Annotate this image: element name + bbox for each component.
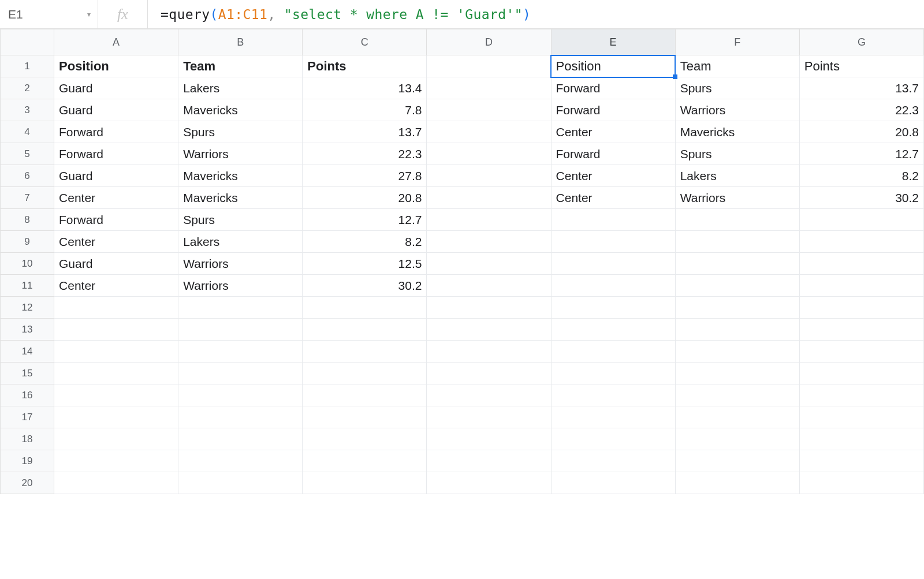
cell-G5[interactable]: 12.7 <box>799 143 923 165</box>
cell-E10[interactable] <box>551 253 675 275</box>
cell-A2[interactable]: Guard <box>54 77 178 99</box>
cell-C16[interactable] <box>303 384 427 406</box>
cell-F12[interactable] <box>675 297 799 319</box>
name-box[interactable]: E1 ▾ <box>0 0 98 28</box>
cell-A12[interactable] <box>54 297 178 319</box>
row-header-8[interactable]: 8 <box>1 209 54 231</box>
name-box-dropdown-icon[interactable]: ▾ <box>87 10 91 18</box>
cell-F17[interactable] <box>675 406 799 428</box>
cell-A17[interactable] <box>54 406 178 428</box>
col-header-F[interactable]: F <box>675 29 799 55</box>
cell-A4[interactable]: Forward <box>54 121 178 143</box>
cell-E3[interactable]: Forward <box>551 99 675 121</box>
row-header-5[interactable]: 5 <box>1 143 54 165</box>
cell-G3[interactable]: 22.3 <box>799 99 923 121</box>
cell-A13[interactable] <box>54 319 178 341</box>
cell-G8[interactable] <box>799 209 923 231</box>
cell-D16[interactable] <box>427 384 551 406</box>
cell-D20[interactable] <box>427 472 551 494</box>
cell-D12[interactable] <box>427 297 551 319</box>
row-header-12[interactable]: 12 <box>1 297 54 319</box>
cell-C7[interactable]: 20.8 <box>303 187 427 209</box>
row-header-6[interactable]: 6 <box>1 165 54 187</box>
cell-G12[interactable] <box>799 297 923 319</box>
cell-C19[interactable] <box>303 450 427 472</box>
cell-B11[interactable]: Warriors <box>178 275 303 297</box>
cell-F20[interactable] <box>675 472 799 494</box>
cell-E19[interactable] <box>551 450 675 472</box>
cell-E5[interactable]: Forward <box>551 143 675 165</box>
cell-B2[interactable]: Lakers <box>178 77 303 99</box>
col-header-C[interactable]: C <box>303 29 427 55</box>
cell-F16[interactable] <box>675 384 799 406</box>
cell-A15[interactable] <box>54 363 178 384</box>
formula-input[interactable]: =query(A1:C11, "select * where A != 'Gua… <box>148 0 924 28</box>
cell-B12[interactable] <box>178 297 303 319</box>
row-header-11[interactable]: 11 <box>1 275 54 297</box>
cell-B4[interactable]: Spurs <box>178 121 303 143</box>
row-header-13[interactable]: 13 <box>1 319 54 341</box>
row-header-1[interactable]: 1 <box>1 55 54 77</box>
select-all-corner[interactable] <box>1 29 54 55</box>
col-header-E[interactable]: E <box>551 29 675 55</box>
cell-D3[interactable] <box>427 99 551 121</box>
row-header-17[interactable]: 17 <box>1 406 54 428</box>
row-header-2[interactable]: 2 <box>1 77 54 99</box>
cell-C3[interactable]: 7.8 <box>303 99 427 121</box>
cell-D10[interactable] <box>427 253 551 275</box>
cell-G2[interactable]: 13.7 <box>799 77 923 99</box>
cell-G17[interactable] <box>799 406 923 428</box>
cell-E16[interactable] <box>551 384 675 406</box>
cell-D4[interactable] <box>427 121 551 143</box>
cell-C12[interactable] <box>303 297 427 319</box>
cell-C8[interactable]: 12.7 <box>303 209 427 231</box>
cell-A18[interactable] <box>54 428 178 450</box>
cell-F5[interactable]: Spurs <box>675 143 799 165</box>
cell-G16[interactable] <box>799 384 923 406</box>
cell-C20[interactable] <box>303 472 427 494</box>
cell-D6[interactable] <box>427 165 551 187</box>
cell-B6[interactable]: Mavericks <box>178 165 303 187</box>
cell-B17[interactable] <box>178 406 303 428</box>
cell-D17[interactable] <box>427 406 551 428</box>
col-header-A[interactable]: A <box>54 29 178 55</box>
row-header-15[interactable]: 15 <box>1 363 54 384</box>
cell-F19[interactable] <box>675 450 799 472</box>
cell-E14[interactable] <box>551 341 675 363</box>
cell-F18[interactable] <box>675 428 799 450</box>
cell-G19[interactable] <box>799 450 923 472</box>
cell-B19[interactable] <box>178 450 303 472</box>
cell-G11[interactable] <box>799 275 923 297</box>
cell-E17[interactable] <box>551 406 675 428</box>
cell-G13[interactable] <box>799 319 923 341</box>
cell-B1[interactable]: Team <box>178 55 303 77</box>
cell-A9[interactable]: Center <box>54 231 178 253</box>
cell-G18[interactable] <box>799 428 923 450</box>
row-header-10[interactable]: 10 <box>1 253 54 275</box>
cell-E9[interactable] <box>551 231 675 253</box>
cell-C18[interactable] <box>303 428 427 450</box>
cell-G7[interactable]: 30.2 <box>799 187 923 209</box>
cell-E7[interactable]: Center <box>551 187 675 209</box>
cell-D8[interactable] <box>427 209 551 231</box>
cell-D18[interactable] <box>427 428 551 450</box>
cell-F9[interactable] <box>675 231 799 253</box>
cell-A16[interactable] <box>54 384 178 406</box>
cell-D1[interactable] <box>427 55 551 77</box>
cell-A5[interactable]: Forward <box>54 143 178 165</box>
col-header-G[interactable]: G <box>799 29 923 55</box>
cell-F15[interactable] <box>675 363 799 384</box>
cell-G1[interactable]: Points <box>799 55 923 77</box>
cell-D13[interactable] <box>427 319 551 341</box>
cell-E12[interactable] <box>551 297 675 319</box>
cell-F13[interactable] <box>675 319 799 341</box>
cell-C15[interactable] <box>303 363 427 384</box>
cell-B16[interactable] <box>178 384 303 406</box>
cell-A10[interactable]: Guard <box>54 253 178 275</box>
cell-D5[interactable] <box>427 143 551 165</box>
cell-F7[interactable]: Warriors <box>675 187 799 209</box>
cell-G6[interactable]: 8.2 <box>799 165 923 187</box>
row-header-3[interactable]: 3 <box>1 99 54 121</box>
row-header-7[interactable]: 7 <box>1 187 54 209</box>
cell-C13[interactable] <box>303 319 427 341</box>
